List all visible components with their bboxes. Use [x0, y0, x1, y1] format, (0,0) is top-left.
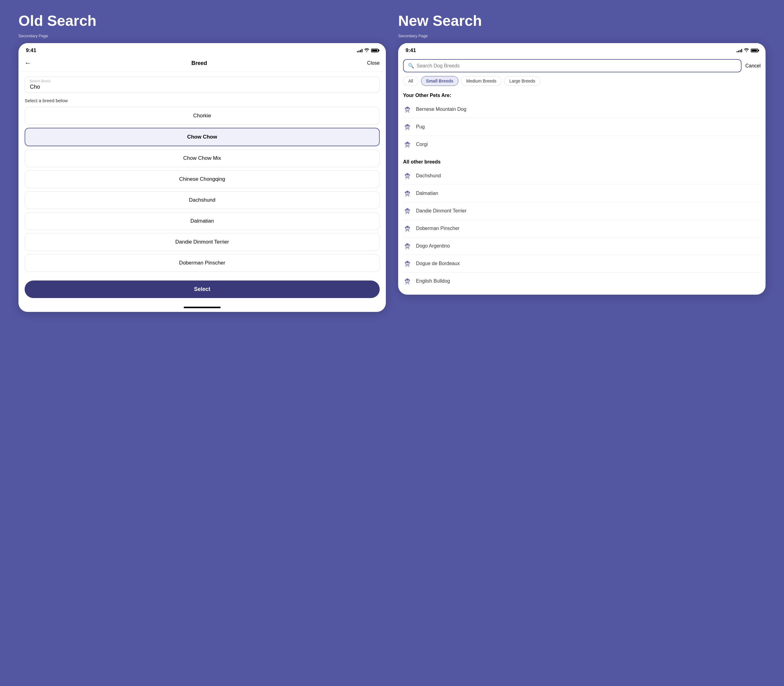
new-wifi-icon: [744, 48, 749, 53]
pet-breed-name: Bernese Mountain Dog: [416, 106, 466, 112]
your-pets-list: Bernese Mountain Dog Pug Corgi: [403, 101, 761, 153]
svg-point-26: [407, 227, 407, 227]
new-search-dog-breeds-input[interactable]: [417, 63, 737, 69]
dog-icon: [403, 172, 412, 180]
new-search-input-wrap[interactable]: 🔍: [403, 59, 742, 72]
breed-btn[interactable]: Dalmatian: [24, 212, 380, 230]
breed-list-item[interactable]: Dalmatian: [403, 185, 761, 202]
dog-icon: [403, 277, 412, 286]
search-breed-input[interactable]: [24, 77, 380, 93]
select-button[interactable]: Select: [24, 281, 380, 298]
new-search-title: New Search: [398, 12, 766, 29]
old-wifi-icon: [364, 48, 369, 53]
search-mag-icon: 🔍: [408, 63, 414, 69]
filter-chip[interactable]: Medium Breeds: [461, 76, 502, 86]
dog-icon: [403, 207, 412, 215]
back-button[interactable]: ←: [24, 59, 31, 67]
breed-list: ChorkieChow ChowChow Chow MixChinese Cho…: [24, 107, 380, 272]
old-status-bar: 9:41: [18, 43, 386, 56]
old-nav-bar: ← Breed Close: [18, 56, 386, 72]
breed-name: Dachshund: [416, 173, 441, 178]
your-pet-item[interactable]: Bernese Mountain Dog: [403, 101, 761, 118]
new-search-body: Your Other Pets Are: Bernese Mountain Do…: [398, 90, 766, 295]
your-pet-item[interactable]: Corgi: [403, 136, 761, 153]
old-search-title: Old Search: [18, 12, 386, 29]
old-search-column: Old Search Secondary Page 9:41: [18, 12, 386, 312]
breed-list-item[interactable]: Dogo Argentino: [403, 237, 761, 255]
old-signal-bars: [357, 49, 362, 52]
old-secondary-label: Secondary Page: [18, 34, 386, 38]
close-button[interactable]: Close: [367, 60, 380, 66]
svg-point-2: [407, 108, 407, 108]
select-breed-label: Select a breed below: [24, 98, 380, 103]
breed-btn[interactable]: Dandie Dinmont Terrier: [24, 233, 380, 251]
breed-list-item[interactable]: Dachshund: [403, 167, 761, 185]
breed-btn[interactable]: Dachshund: [24, 191, 380, 209]
new-secondary-label: Secondary Page: [398, 34, 766, 38]
old-status-time: 9:41: [26, 47, 36, 54]
old-phone-frame: 9:41 ← B: [18, 43, 386, 312]
dog-icon: [403, 105, 412, 114]
nav-title: Breed: [191, 60, 207, 67]
new-status-time: 9:41: [406, 47, 416, 54]
dog-icon: [403, 140, 412, 149]
pet-breed-name: Pug: [416, 124, 425, 130]
your-pets-title: Your Other Pets Are:: [403, 90, 761, 100]
dog-icon: [403, 189, 412, 198]
breed-name: Dogue de Bordeaux: [416, 261, 460, 266]
breed-list-item[interactable]: English Bulldog: [403, 273, 761, 290]
old-status-icons: [357, 48, 378, 53]
breed-btn[interactable]: Doberman Pinscher: [24, 254, 380, 272]
breed-name: English Bulldog: [416, 278, 450, 284]
new-search-bar-container: 🔍 Cancel: [398, 56, 766, 76]
filter-chip[interactable]: Large Breeds: [504, 76, 540, 86]
filter-chip[interactable]: Small Breeds: [421, 76, 459, 86]
breed-list-item[interactable]: Doberman Pinscher: [403, 220, 761, 237]
svg-point-30: [407, 244, 407, 245]
breed-btn[interactable]: Chorkie: [24, 107, 380, 125]
breed-list-item[interactable]: Dogue de Bordeaux: [403, 255, 761, 273]
old-battery-icon: [371, 49, 378, 52]
dog-icon: [403, 242, 412, 250]
svg-point-10: [407, 142, 407, 143]
breed-btn[interactable]: Chow Chow Mix: [24, 149, 380, 167]
your-pet-item[interactable]: Pug: [403, 118, 761, 136]
breed-name: Doberman Pinscher: [416, 226, 460, 231]
breed-name: Dandie Dinmont Terrier: [416, 208, 466, 214]
select-button-bar: Select: [18, 277, 386, 304]
all-breeds-list: Dachshund Dalmatian Dandie Dinmont Terri…: [403, 167, 761, 290]
breed-name: Dalmatian: [416, 191, 438, 196]
search-field-wrapper: Search Breed: [24, 77, 380, 93]
dog-icon: [403, 259, 412, 268]
breed-name: Dogo Argentino: [416, 243, 450, 249]
new-battery-icon: [751, 49, 758, 52]
breed-btn[interactable]: Chinese Chongqing: [24, 170, 380, 188]
svg-point-14: [407, 174, 407, 174]
all-breeds-title: All other breeds: [403, 157, 761, 166]
new-search-column: New Search Secondary Page 9:41: [398, 12, 766, 295]
dog-icon: [403, 224, 412, 233]
svg-point-22: [407, 209, 407, 209]
new-status-bar: 9:41: [398, 43, 766, 56]
cancel-button[interactable]: Cancel: [745, 63, 761, 69]
search-field-label: Search Breed: [29, 79, 50, 83]
pet-breed-name: Corgi: [416, 142, 428, 147]
new-signal-bars: [737, 49, 742, 52]
new-phone-frame: 9:41: [398, 43, 766, 295]
old-search-body: Search Breed Select a breed below Chorki…: [18, 72, 386, 277]
breed-btn[interactable]: Chow Chow: [24, 128, 380, 146]
breed-list-item[interactable]: Dandie Dinmont Terrier: [403, 202, 761, 220]
home-indicator: [18, 304, 386, 312]
new-status-icons: [737, 48, 758, 53]
svg-point-18: [407, 191, 407, 192]
filter-chips: AllSmall BreedsMedium BreedsLarge Breeds: [398, 76, 766, 90]
filter-chip[interactable]: All: [403, 76, 419, 86]
dog-icon: [403, 122, 412, 131]
